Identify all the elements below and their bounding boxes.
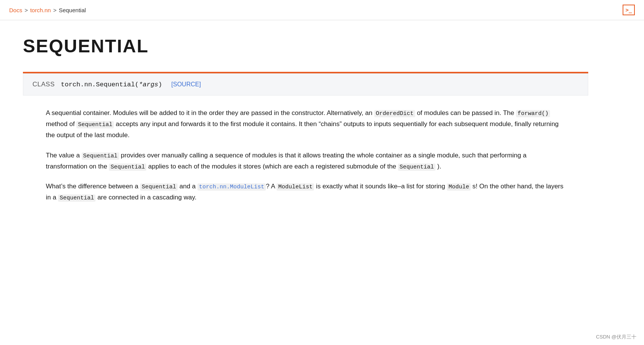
description-section: A sequential container. Modules will be … — [23, 108, 588, 203]
breadcrumb-current: Sequential — [59, 7, 86, 13]
top-bar: Docs > torch.nn > Sequential >_ — [0, 0, 644, 20]
code-sequential-6: Sequential — [58, 194, 95, 202]
breadcrumb-sep2: > — [53, 7, 57, 13]
class-args: *args — [139, 81, 158, 88]
code-sequential-2: Sequential — [82, 152, 119, 160]
code-ordereddict: OrderedDict — [374, 110, 415, 117]
breadcrumb-docs-link[interactable]: Docs — [9, 7, 22, 13]
main-content: SEQUENTIAL CLASS torch.nn.Sequential(*ar… — [0, 20, 611, 235]
source-link[interactable]: [SOURCE] — [172, 81, 201, 88]
page-title: SEQUENTIAL — [23, 36, 588, 57]
code-sequential-1: Sequential — [76, 121, 114, 128]
paragraph-1: A sequential container. Modules will be … — [46, 108, 565, 141]
code-forward: forward() — [516, 110, 550, 117]
breadcrumb-sep1: > — [24, 7, 28, 13]
class-declaration-box: CLASS torch.nn.Sequential(*args) [SOURCE… — [23, 73, 588, 96]
code-sequential-4: Sequential — [398, 164, 435, 171]
code-sequential-3: Sequential — [109, 164, 146, 171]
class-keyword: CLASS — [32, 81, 55, 88]
code-sequential-5: Sequential — [140, 183, 178, 191]
footer-note: CSDN @伏月三十 — [596, 334, 636, 340]
class-signature: torch.nn.Sequential(*args) — [61, 81, 162, 88]
code-modulelist: ModuleList — [277, 183, 314, 191]
breadcrumb-torch-nn-link[interactable]: torch.nn — [30, 7, 51, 13]
paragraph-3: What’s the difference between a Sequenti… — [46, 181, 565, 203]
code-module: Module — [447, 183, 471, 191]
breadcrumb: Docs > torch.nn > Sequential — [9, 7, 86, 13]
paragraph-2: The value a Sequential provides over man… — [46, 150, 565, 172]
terminal-icon[interactable]: >_ — [623, 5, 635, 15]
torch-nn-modulelist-link[interactable]: torch.nn.ModuleList — [197, 183, 266, 191]
